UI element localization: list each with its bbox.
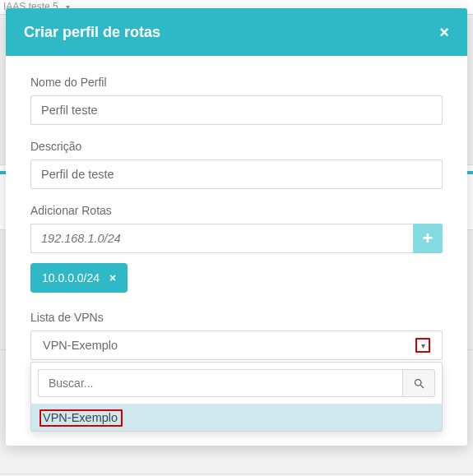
background-divider bbox=[0, 474, 473, 474]
route-chip-label: 10.0.0.0/24 bbox=[42, 271, 100, 284]
route-chips: 10.0.0.0/24 × bbox=[30, 263, 443, 293]
vpn-list-label: Lista de VPNs bbox=[30, 311, 443, 324]
vpn-select-wrap: VPN-Exemplo ▾ VPN-E bbox=[30, 330, 443, 360]
add-route-row: + bbox=[30, 224, 443, 253]
vpn-option[interactable]: VPN-Exemplo bbox=[31, 404, 442, 431]
caret-glyph: ▾ bbox=[421, 341, 425, 350]
chevron-down-icon: ▾ bbox=[415, 338, 430, 353]
svg-line-1 bbox=[420, 385, 424, 388]
profile-name-label: Nome do Perfil bbox=[30, 76, 443, 89]
vpn-select-value: VPN-Exemplo bbox=[43, 339, 118, 352]
vpn-select[interactable]: VPN-Exemplo ▾ bbox=[30, 330, 443, 360]
description-label: Descrição bbox=[30, 140, 443, 153]
svg-point-0 bbox=[415, 379, 421, 386]
modal-title: Criar perfil de rotas bbox=[24, 24, 160, 41]
search-icon bbox=[413, 377, 425, 390]
description-input[interactable] bbox=[30, 159, 443, 189]
vpn-option-label: VPN-Exemplo bbox=[39, 409, 123, 427]
vpn-search-row bbox=[31, 363, 442, 404]
remove-route-icon[interactable]: × bbox=[109, 271, 116, 284]
close-icon[interactable]: × bbox=[439, 23, 449, 42]
profile-name-input[interactable] bbox=[30, 95, 443, 125]
modal-header: Criar perfil de rotas × bbox=[6, 8, 467, 56]
vpn-search-input[interactable] bbox=[38, 369, 402, 397]
create-route-profile-modal: Criar perfil de rotas × Nome do Perfil D… bbox=[6, 8, 467, 446]
route-chip: 10.0.0.0/24 × bbox=[30, 263, 128, 293]
vpn-search-button[interactable] bbox=[402, 369, 435, 397]
add-routes-label: Adicionar Rotas bbox=[30, 204, 443, 217]
modal-body: Nome do Perfil Descrição Adicionar Rotas… bbox=[6, 56, 467, 446]
vpn-dropdown: VPN-Exemplo bbox=[30, 362, 443, 432]
route-cidr-input[interactable] bbox=[30, 224, 413, 253]
vpn-options-list: VPN-Exemplo bbox=[31, 404, 442, 431]
add-route-button[interactable]: + bbox=[413, 224, 443, 253]
